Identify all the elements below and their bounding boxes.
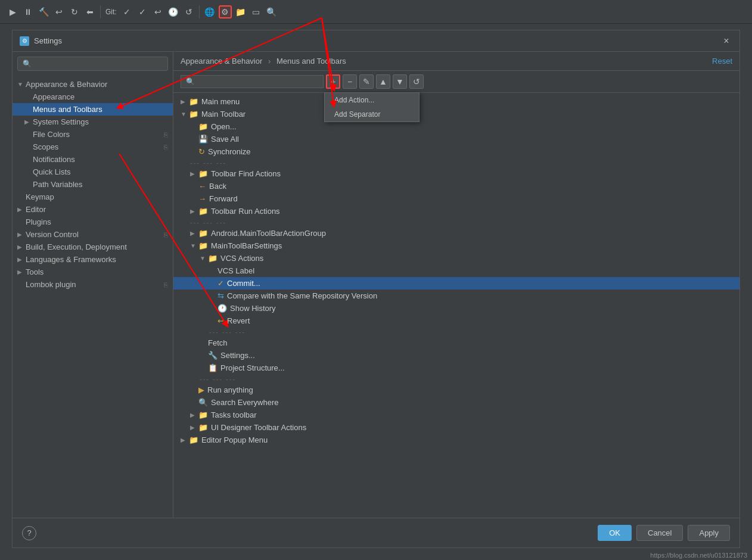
tree-item-main-toolbar-settings[interactable]: ▼ 📁 MainToolBarSettings	[173, 239, 739, 252]
tree-item-toolbar-find[interactable]: ▶ 📁 Toolbar Find Actions	[173, 167, 739, 180]
git-label: Git:	[105, 8, 117, 16]
sidebar-tree: ▼ Appearance & Behavior Appearance Menus…	[13, 76, 173, 518]
sidebar-item-label: System Settings	[33, 117, 168, 126]
tree-item-ui-designer[interactable]: ▶ 📁 UI Designer Toolbar Actions	[173, 421, 739, 434]
tree-item-open[interactable]: 📁 Open...	[173, 120, 739, 133]
tree-item-revert[interactable]: ↩ Revert	[173, 315, 739, 327]
toolbar-git-check1[interactable]: ✓	[120, 5, 133, 18]
toolbar-refresh-icon[interactable]: ↻	[68, 5, 81, 18]
sidebar-item-plugins[interactable]: Plugins	[13, 216, 173, 228]
separator-line-4: --- --- ---	[173, 374, 739, 384]
toolbar-run-icon[interactable]: ▶	[6, 5, 19, 18]
toolbar-git-revert[interactable]: ↺	[182, 5, 195, 18]
tree-item-main-toolbar[interactable]: ▼ 📁 Main Toolbar	[173, 108, 739, 120]
toolbar-search-icon[interactable]: 🔍	[265, 5, 278, 18]
sidebar-item-quick-lists[interactable]: Quick Lists	[13, 166, 173, 178]
tree-item-compare[interactable]: ⇆ Compare with the Same Repository Versi…	[173, 290, 739, 302]
sidebar-item-tools[interactable]: ▶ Tools	[13, 266, 173, 278]
tree-item-project-structure[interactable]: 📋 Project Structure...	[173, 362, 739, 374]
tree-item-settings[interactable]: 🔧 Settings...	[173, 349, 739, 362]
tree-item-show-history[interactable]: 🕐 Show History	[173, 302, 739, 315]
tree-item-vcs-actions[interactable]: ▼ 📁 VCS Actions	[173, 252, 739, 265]
add-action-menu-item[interactable]: Add Action...	[325, 93, 419, 107]
sidebar-item-label: Build, Execution, Deployment	[26, 242, 168, 251]
sidebar-item-label: Quick Lists	[33, 167, 168, 176]
reset-button[interactable]: Reset	[712, 57, 732, 66]
tree-item-fetch[interactable]: Fetch	[173, 337, 739, 349]
revert-icon: ↩	[217, 316, 224, 325]
sidebar: ▼ Appearance & Behavior Appearance Menus…	[13, 52, 173, 518]
arrow-icon: ▶	[181, 98, 189, 105]
toolbar-git-arrow[interactable]: ↩	[151, 5, 164, 18]
sidebar-item-label: Keymap	[26, 192, 168, 201]
sidebar-item-appearance[interactable]: Appearance	[13, 91, 173, 103]
arrow-icon: ▶	[24, 119, 33, 125]
sidebar-item-system-settings[interactable]: ▶ System Settings	[13, 116, 173, 128]
sidebar-item-path-variables[interactable]: Path Variables	[13, 178, 173, 191]
sidebar-item-file-colors[interactable]: File Colors ⎘	[13, 128, 173, 141]
remove-button[interactable]: −	[343, 74, 357, 89]
toolbar-reload-icon[interactable]: ↩	[52, 5, 66, 18]
toolbar-back-icon[interactable]: ⬅	[83, 5, 97, 18]
toolbar-folder-icon[interactable]: 📁	[234, 5, 247, 18]
tree-item-synchronize[interactable]: ↻ Synchronize	[173, 145, 739, 158]
history-icon: 🕐	[217, 304, 227, 313]
toolbar-build-icon[interactable]: 🔨	[37, 5, 50, 18]
toolbar-window-icon[interactable]: ▭	[250, 5, 263, 18]
project-icon: 📋	[208, 363, 217, 372]
toolbar-globe-icon[interactable]: 🌐	[203, 5, 216, 18]
add-action-button[interactable]: +	[326, 74, 340, 89]
window-title-text: Settings	[34, 36, 62, 45]
tree-item-save-all[interactable]: 💾 Save All	[173, 133, 739, 145]
sidebar-item-editor[interactable]: ▶ Editor	[13, 203, 173, 216]
sidebar-item-languages[interactable]: ▶ Languages & Frameworks	[13, 253, 173, 266]
sidebar-item-notifications[interactable]: Notifications	[13, 153, 173, 166]
sidebar-item-lombok[interactable]: Lombok plugin ⎘	[13, 278, 173, 291]
forward-icon: →	[198, 194, 206, 203]
edit-button[interactable]: ✎	[359, 74, 374, 89]
toolbar-git-history[interactable]: 🕐	[167, 5, 180, 18]
tree-item-editor-popup[interactable]: ▶ 📁 Editor Popup Menu	[173, 434, 739, 446]
tree-item-android-toolbar[interactable]: ▶ 📁 Android.MainToolBarActionGroup	[173, 227, 739, 239]
tree-item-label: Commit...	[227, 279, 260, 288]
move-down-button[interactable]: ▼	[393, 74, 407, 89]
cancel-button[interactable]: Cancel	[636, 525, 683, 541]
tree-item-vcs-label[interactable]: VCS Label	[173, 265, 739, 277]
folder-icon: 📁	[189, 110, 198, 119]
bottom-bar: ? OK Cancel Apply	[13, 518, 739, 547]
ok-button[interactable]: OK	[598, 525, 632, 541]
sidebar-item-scopes[interactable]: Scopes ⎘	[13, 141, 173, 153]
toolbar-git-check2[interactable]: ✓	[136, 5, 149, 18]
tree-item-label: Editor Popup Menu	[201, 435, 268, 444]
tree-item-forward[interactable]: → Forward	[173, 192, 739, 205]
tree-item-main-menu[interactable]: ▶ 📁 Main menu	[173, 95, 739, 108]
folder-icon: 📁	[198, 229, 208, 238]
help-button[interactable]: ?	[22, 526, 36, 540]
apply-button[interactable]: Apply	[688, 525, 730, 541]
copy-icon: ⎘	[164, 231, 168, 238]
tree-item-back[interactable]: ← Back	[173, 180, 739, 192]
copy-icon: ⎘	[164, 131, 168, 138]
url-bar: https://blog.csdn.net/u013121873	[645, 550, 752, 560]
tree-item-toolbar-run[interactable]: ▶ 📁 Toolbar Run Actions	[173, 205, 739, 217]
sidebar-item-version-control[interactable]: ▶ Version Control ⎘	[13, 228, 173, 241]
sidebar-item-keymap[interactable]: Keymap	[13, 191, 173, 203]
sidebar-item-label: Plugins	[26, 217, 168, 226]
sidebar-item-build-execution[interactable]: ▶ Build, Execution, Deployment	[13, 241, 173, 253]
add-separator-menu-item[interactable]: Add Separator	[325, 107, 419, 122]
toolbar-settings-icon[interactable]: ⚙	[219, 5, 232, 18]
arrow-icon: ▶	[190, 170, 198, 177]
content-search-input[interactable]	[181, 75, 324, 88]
tree-item-run-anything[interactable]: ▶ Run anything	[173, 384, 739, 396]
sidebar-item-appearance-behavior[interactable]: ▼ Appearance & Behavior	[13, 78, 173, 91]
sidebar-item-menus-toolbars[interactable]: Menus and Toolbars	[13, 103, 173, 116]
sidebar-search-input[interactable]	[17, 57, 168, 71]
toolbar-pause-icon[interactable]: ⏸	[21, 5, 35, 18]
copy-icon: ⎘	[164, 144, 168, 151]
move-up-button[interactable]: ▲	[376, 74, 390, 89]
window-close-button[interactable]: ×	[720, 36, 732, 46]
reset-toolbar-button[interactable]: ↺	[409, 74, 424, 89]
tree-item-tasks-toolbar[interactable]: ▶ 📁 Tasks toolbar	[173, 409, 739, 421]
tree-item-commit[interactable]: ✓ Commit...	[173, 277, 739, 290]
tree-item-search-everywhere[interactable]: 🔍 Search Everywhere	[173, 396, 739, 409]
